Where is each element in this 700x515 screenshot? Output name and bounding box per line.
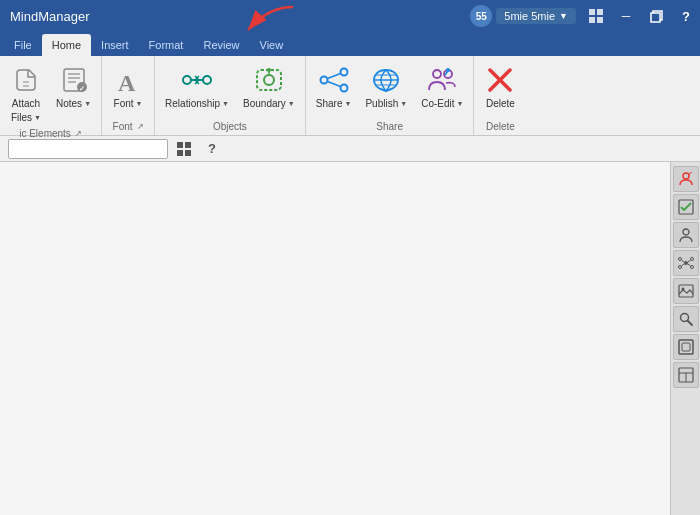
svg-point-21 <box>320 77 327 84</box>
attach-files-label: Attach <box>12 98 40 110</box>
minimize-btn[interactable]: ─ <box>612 0 640 32</box>
svg-point-42 <box>678 258 681 261</box>
section-basic-elements: Attach Files▼ ✓ <box>0 56 102 135</box>
boundary-label: Boundary▼ <box>243 98 295 110</box>
sidebar-frame-btn[interactable] <box>673 334 699 360</box>
svg-line-47 <box>688 260 691 262</box>
svg-line-24 <box>327 82 340 87</box>
svg-point-15 <box>203 76 211 84</box>
sidebar-person-btn[interactable] <box>673 222 699 248</box>
sidebar-contacts-btn[interactable] <box>673 166 699 192</box>
notes-button[interactable]: ✓ Notes▼ <box>50 60 97 112</box>
person-icon <box>678 227 694 243</box>
svg-point-20 <box>340 69 347 76</box>
restore-btn[interactable] <box>642 0 670 32</box>
image-icon <box>678 283 694 299</box>
svg-point-37 <box>683 173 689 179</box>
section-share-label: Share <box>310 119 470 135</box>
svg-point-41 <box>684 261 688 265</box>
title-bar: MindManager 55 5mie 5mie ▼ <box>0 0 700 32</box>
section-font: A Font▼ Font ↗ <box>102 56 155 135</box>
attach-files-label2: Files▼ <box>11 112 41 124</box>
attach-files-icon <box>10 64 42 96</box>
font-icon: A <box>112 64 144 96</box>
help-btn-qa[interactable]: ? <box>200 138 224 160</box>
section-delete-items: Delete <box>478 60 522 119</box>
font-button[interactable]: A Font▼ <box>106 60 150 112</box>
svg-rect-2 <box>597 9 603 15</box>
sidebar-search-btn[interactable] <box>673 306 699 332</box>
check-icon <box>678 199 694 215</box>
restore-icon <box>650 10 663 23</box>
font-expand-icon[interactable]: ↗ <box>137 122 144 131</box>
svg-rect-54 <box>679 340 693 354</box>
svg-point-40 <box>683 229 689 235</box>
minimize-icon: ─ <box>622 9 631 23</box>
user-name: 5mie 5mie <box>504 10 555 22</box>
section-font-items: A Font▼ <box>106 60 150 119</box>
user-info[interactable]: 5mie 5mie ▼ <box>496 8 576 24</box>
tab-insert[interactable]: Insert <box>91 34 139 56</box>
co-edit-label: Co-Edit▼ <box>421 98 463 110</box>
sidebar-layout-btn[interactable] <box>673 362 699 388</box>
right-sidebar <box>670 162 700 515</box>
boundary-button[interactable]: Boundary▼ <box>237 60 301 112</box>
search-icon <box>678 311 694 327</box>
svg-point-45 <box>690 266 693 269</box>
publish-button[interactable]: Publish▼ <box>359 60 413 112</box>
share-button[interactable]: Share▼ <box>310 60 358 112</box>
notes-icon: ✓ <box>58 64 90 96</box>
svg-rect-36 <box>185 150 191 156</box>
svg-point-28 <box>433 70 441 78</box>
grid-btn[interactable] <box>582 0 610 32</box>
svg-point-44 <box>678 266 681 269</box>
attach-files-button[interactable]: Attach Files▼ <box>4 60 48 126</box>
section-objects-label: Objects <box>159 119 301 135</box>
section-share-items: Share▼ Publish▼ <box>310 60 470 119</box>
share-icon <box>318 64 350 96</box>
delete-icon <box>484 64 516 96</box>
sidebar-image-btn[interactable] <box>673 278 699 304</box>
svg-point-14 <box>183 76 191 84</box>
section-delete: Delete Delete <box>474 56 526 135</box>
svg-line-23 <box>327 74 340 79</box>
ribbon-tabs: File Home Insert Format Review View <box>0 32 700 56</box>
canvas-area[interactable] <box>0 162 670 515</box>
tab-format[interactable]: Format <box>139 34 194 56</box>
sidebar-check-btn[interactable] <box>673 194 699 220</box>
relationship-button[interactable]: Relationship▼ <box>159 60 235 112</box>
tab-home[interactable]: Home <box>42 34 91 56</box>
grid-icon <box>588 8 604 24</box>
svg-line-53 <box>687 321 692 326</box>
content-row <box>0 162 700 515</box>
app-name: MindManager <box>10 9 90 24</box>
notes-label: Notes▼ <box>56 98 91 110</box>
frame-icon <box>678 339 694 355</box>
section-basic-elements-items: Attach Files▼ ✓ <box>4 60 97 126</box>
svg-point-17 <box>264 75 274 85</box>
grid-view-btn[interactable] <box>172 138 196 160</box>
co-edit-button[interactable]: Co-Edit▼ <box>415 60 469 112</box>
tab-file[interactable]: File <box>4 34 42 56</box>
sidebar-network-btn[interactable] <box>673 250 699 276</box>
title-bar-right: 55 5mie 5mie ▼ ─ ? <box>468 0 700 32</box>
svg-point-43 <box>690 258 693 261</box>
quick-access-bar: ? <box>0 136 700 162</box>
help-btn[interactable]: ? <box>672 0 700 32</box>
title-bar-left: MindManager <box>10 9 90 24</box>
publish-label: Publish▼ <box>365 98 407 110</box>
svg-line-46 <box>681 260 684 262</box>
svg-rect-35 <box>177 150 183 156</box>
search-input[interactable] <box>8 139 168 159</box>
delete-button[interactable]: Delete <box>478 60 522 112</box>
user-dropdown-arrow: ▼ <box>559 11 568 21</box>
svg-line-49 <box>688 264 691 266</box>
grid-view-icon <box>176 141 192 157</box>
svg-rect-3 <box>589 17 595 23</box>
svg-text:A: A <box>118 70 136 95</box>
svg-line-38 <box>689 172 692 174</box>
basic-elements-expand-icon[interactable]: ↗ <box>75 129 82 138</box>
user-badge: 55 <box>470 5 492 27</box>
svg-rect-55 <box>682 343 690 351</box>
boundary-icon <box>253 64 285 96</box>
